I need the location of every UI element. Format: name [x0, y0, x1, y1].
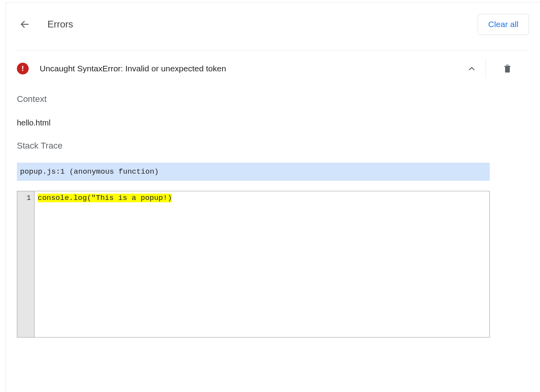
errors-page: Errors Clear all ! Uncaught SyntaxError:…	[5, 2, 540, 392]
collapse-toggle-button[interactable]	[458, 59, 485, 78]
error-item-header: ! Uncaught SyntaxError: Invalid or unexp…	[17, 54, 529, 83]
highlighted-code: console.log("This is a popup!)	[38, 194, 172, 202]
error-item: ! Uncaught SyntaxError: Invalid or unexp…	[17, 54, 529, 338]
trash-icon	[503, 64, 512, 74]
stack-trace-entry[interactable]: popup.js:1 (anonymous function)	[17, 163, 490, 181]
code-body: console.log("This is a popup!)	[35, 191, 175, 337]
error-icon: !	[17, 63, 29, 74]
chevron-up-icon	[467, 64, 476, 73]
arrow-left-icon	[20, 19, 30, 29]
context-value: hello.html	[17, 118, 529, 127]
error-item-header-right	[458, 59, 529, 78]
clear-all-button[interactable]: Clear all	[478, 14, 529, 35]
delete-error-button[interactable]	[486, 59, 529, 78]
stack-trace-heading: Stack Trace	[17, 141, 529, 151]
code-gutter: 1	[17, 191, 35, 337]
back-button[interactable]	[17, 16, 33, 32]
context-heading: Context	[17, 94, 529, 104]
line-number: 1	[17, 194, 31, 202]
page-title: Errors	[47, 19, 73, 30]
header-divider	[17, 51, 529, 51]
header-left: Errors	[17, 16, 73, 32]
error-details: Context hello.html Stack Trace popup.js:…	[17, 83, 529, 338]
page-header: Errors Clear all	[17, 15, 529, 34]
code-viewer: 1 console.log("This is a popup!)	[17, 191, 490, 338]
error-item-header-left: ! Uncaught SyntaxError: Invalid or unexp…	[17, 63, 226, 74]
error-message: Uncaught SyntaxError: Invalid or unexpec…	[40, 64, 226, 73]
